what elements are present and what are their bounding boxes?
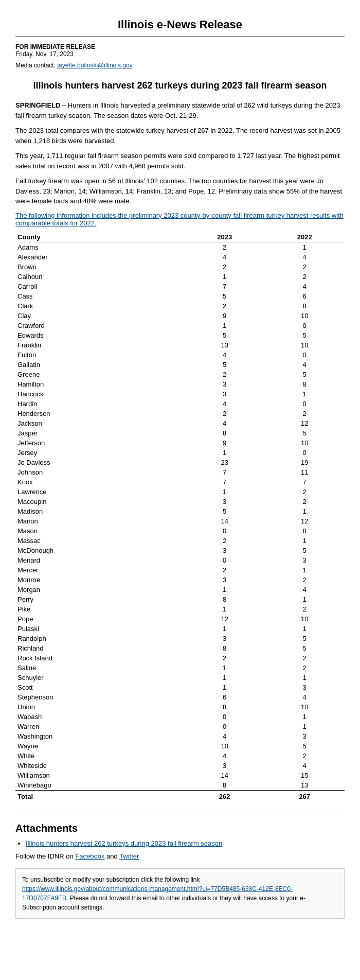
harvest-2023: 5 xyxy=(185,291,265,301)
county-name: McDonough xyxy=(15,546,185,555)
harvest-2023: 0 xyxy=(185,722,265,731)
harvest-2022: 8 xyxy=(264,301,345,311)
table-row: Washington43 xyxy=(15,731,345,741)
harvest-2023: 1 xyxy=(185,624,265,634)
harvest-2023: 2 xyxy=(185,370,265,379)
harvest-2022: 7 xyxy=(264,477,345,487)
table-row: Pulaski11 xyxy=(15,624,345,634)
harvest-2023: 3 xyxy=(185,634,265,643)
table-row: Greene25 xyxy=(15,370,345,379)
table-row: Edwards55 xyxy=(15,330,345,340)
harvest-2022: 10 xyxy=(264,438,345,448)
harvest-2022: 3 xyxy=(264,555,345,565)
harvest-2023: 3 xyxy=(185,575,265,585)
table-row: Carroll74 xyxy=(15,282,345,291)
harvest-2023: 2 xyxy=(185,536,265,546)
table-row: Mason08 xyxy=(15,526,345,536)
county-name: Brown xyxy=(15,262,185,272)
table-row: Fulton40 xyxy=(15,350,345,360)
harvest-2022: 1 xyxy=(264,712,345,722)
county-name: Calhoun xyxy=(15,272,185,282)
county-name: Pulaski xyxy=(15,624,185,634)
table-row: Whiteside34 xyxy=(15,761,345,771)
county-name: Fulton xyxy=(15,350,185,360)
county-name: Adams xyxy=(15,242,185,252)
county-name: Scott xyxy=(15,682,185,692)
table-row: Johnson711 xyxy=(15,467,345,477)
county-name: Richland xyxy=(15,643,185,653)
harvest-2022: 1 xyxy=(264,389,345,399)
harvest-2022: 6 xyxy=(264,291,345,301)
table-row: Pike12 xyxy=(15,604,345,614)
attachment-item: Illinois hunters harvest 262 turkeys dur… xyxy=(26,839,345,847)
county-name: Edwards xyxy=(15,330,185,340)
table-row: Crawford10 xyxy=(15,321,345,330)
twitter-link[interactable]: Twitter xyxy=(119,852,139,860)
county-name: Jasper xyxy=(15,428,185,438)
harvest-2023: 4 xyxy=(185,252,265,262)
harvest-2022: 15 xyxy=(264,771,345,780)
table-row: Hancock31 xyxy=(15,389,345,399)
harvest-2023: 8 xyxy=(185,643,265,653)
county-name: Carroll xyxy=(15,282,185,291)
harvest-2023: 4 xyxy=(185,350,265,360)
table-row: Gallatin54 xyxy=(15,360,345,370)
harvest-2022: 2 xyxy=(264,262,345,272)
harvest-2022: 5 xyxy=(264,634,345,643)
table-row: Brown22 xyxy=(15,262,345,272)
harvest-2023: 2 xyxy=(185,301,265,311)
harvest-2022: 1 xyxy=(264,506,345,516)
table-row: Clark28 xyxy=(15,301,345,311)
media-contact-email[interactable]: jayette.bolinski@illinois.gov xyxy=(57,62,132,69)
harvest-2023: 7 xyxy=(185,477,265,487)
table-row: Wayne105 xyxy=(15,741,345,751)
table-row: Wabash01 xyxy=(15,712,345,722)
county-name: Washington xyxy=(15,731,185,741)
harvest-2022: 2 xyxy=(264,653,345,663)
harvest-2023: 14 xyxy=(185,516,265,526)
table-row: Jersey10 xyxy=(15,448,345,458)
county-name: Macoupin xyxy=(15,497,185,506)
county-name: Pike xyxy=(15,604,185,614)
harvest-2023: 0 xyxy=(185,712,265,722)
harvest-2023: 4 xyxy=(185,418,265,428)
harvest-2022: 10 xyxy=(264,311,345,321)
harvest-2023: 5 xyxy=(185,360,265,370)
harvest-2022: 3 xyxy=(264,731,345,741)
harvest-2022: 2 xyxy=(264,575,345,585)
paragraph-3: This year, 1,711 regular fall firearm se… xyxy=(15,151,345,171)
harvest-2023: 8 xyxy=(185,428,265,438)
table-row: Macoupin32 xyxy=(15,497,345,506)
harvest-2023: 1 xyxy=(185,682,265,692)
harvest-2022: 5 xyxy=(264,643,345,653)
table-intro-link[interactable]: The following information includes the p… xyxy=(15,212,345,227)
facebook-link[interactable]: Facebook xyxy=(75,852,104,860)
table-row: Randolph35 xyxy=(15,634,345,643)
table-row: Hardin40 xyxy=(15,399,345,409)
harvest-2023: 1 xyxy=(185,487,265,497)
harvest-2023: 6 xyxy=(185,692,265,702)
harvest-2022: 2 xyxy=(264,272,345,282)
county-name: Cass xyxy=(15,291,185,301)
county-name: Morgan xyxy=(15,585,185,594)
county-name: Wabash xyxy=(15,712,185,722)
county-name: Randolph xyxy=(15,634,185,643)
col-header-2022: 2022 xyxy=(264,232,345,242)
attachment-link[interactable]: Illinois hunters harvest 262 turkeys dur… xyxy=(26,839,222,847)
county-name: Schuyler xyxy=(15,673,185,682)
paragraph-4: Fall turkey firearm was open in 56 of Il… xyxy=(15,176,345,206)
harvest-2022: 0 xyxy=(264,399,345,409)
unsubscribe-intro: To unsubscribe or modify your subscripti… xyxy=(22,876,200,883)
table-row: Jo Daviess2319 xyxy=(15,458,345,467)
harvest-2023: 3 xyxy=(185,497,265,506)
table-row: Jasper85 xyxy=(15,428,345,438)
harvest-2023: 1 xyxy=(185,663,265,673)
col-header-2023: 2023 xyxy=(185,232,265,242)
table-row: Franklin1310 xyxy=(15,340,345,350)
table-row: Henderson22 xyxy=(15,409,345,418)
harvest-2023: 9 xyxy=(185,311,265,321)
county-name: Clay xyxy=(15,311,185,321)
harvest-2023: 13 xyxy=(185,340,265,350)
harvest-2022: 1 xyxy=(264,242,345,252)
harvest-2023: 1 xyxy=(185,604,265,614)
